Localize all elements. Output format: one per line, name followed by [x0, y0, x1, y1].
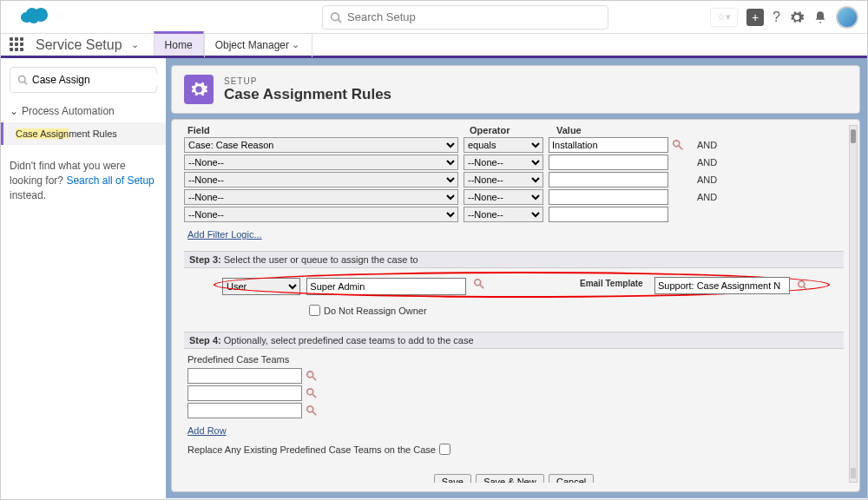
criteria-value-input[interactable] — [549, 137, 668, 153]
logic-and: AND — [697, 157, 717, 168]
criteria-field-select[interactable]: --None-- — [184, 189, 458, 205]
tab-home[interactable]: Home — [154, 31, 204, 56]
page-header-eyebrow: SETUP — [224, 76, 391, 86]
main-canvas: SETUP Case Assignment Rules Field Operat… — [166, 58, 867, 498]
global-search-input[interactable] — [347, 10, 601, 23]
svg-line-9 — [804, 286, 807, 290]
replace-teams-checkbox[interactable] — [439, 444, 450, 455]
add-row-link[interactable]: Add Row — [187, 425, 227, 436]
save-and-new-button[interactable]: Save & New — [476, 474, 544, 483]
svg-line-7 — [480, 285, 483, 288]
svg-point-4 — [674, 141, 680, 147]
svg-point-12 — [307, 389, 313, 395]
criteria-operator-select[interactable]: equals — [464, 137, 543, 153]
predefined-team-input[interactable] — [187, 368, 302, 384]
global-topbar: ☆▾ + ? — [1, 1, 867, 34]
criteria-row: --None----None-- — [184, 207, 844, 222]
lookup-icon[interactable] — [305, 369, 319, 383]
user-avatar[interactable] — [836, 6, 858, 29]
global-search[interactable] — [322, 5, 608, 30]
cancel-button[interactable]: Cancel — [549, 474, 594, 483]
step3-bar: Step 3: Select the user or queue to assi… — [184, 251, 844, 268]
page-title: Case Assignment Rules — [224, 86, 391, 103]
svg-point-6 — [474, 280, 480, 286]
detail-panel: Field Operator Value Case: Case Reasoneq… — [171, 119, 860, 492]
col-field: Field — [187, 125, 470, 135]
app-launcher-icon[interactable] — [10, 37, 25, 53]
tab-object-manager[interactable]: Object Manager⌄ — [204, 33, 312, 57]
lookup-icon[interactable] — [671, 138, 685, 152]
global-add-button[interactable]: + — [746, 9, 764, 26]
email-template-label: Email Template — [580, 279, 643, 288]
sidebar-section-process-automation[interactable]: ⌄ Process Automation — [10, 105, 157, 117]
criteria-operator-select[interactable]: --None-- — [464, 172, 543, 188]
criteria-row: --None----None--AND — [184, 172, 844, 188]
logic-and: AND — [697, 174, 717, 185]
salesforce-logo — [18, 5, 53, 30]
predefined-team-input[interactable] — [187, 403, 302, 418]
criteria-operator-select[interactable]: --None-- — [464, 207, 543, 222]
search-all-setup-link[interactable]: Search all of Setup — [66, 174, 154, 187]
bell-icon[interactable] — [813, 10, 827, 24]
sidebar-item-case-assignment-rules[interactable]: Case Assignment Rules — [1, 122, 166, 145]
svg-line-15 — [312, 411, 316, 415]
svg-line-13 — [312, 394, 316, 398]
help-icon[interactable]: ? — [773, 10, 780, 25]
criteria-row: Case: Case ReasonequalsAND — [184, 137, 844, 153]
criteria-field-select[interactable]: --None-- — [184, 155, 458, 170]
svg-line-3 — [24, 82, 27, 84]
col-operator: Operator — [470, 125, 556, 135]
scrollbar[interactable] — [849, 125, 858, 483]
svg-line-1 — [339, 19, 342, 23]
replace-teams-label: Replace Any Existing Predefined Case Tea… — [187, 444, 436, 455]
sidebar-help-text: Didn't find what you were looking for? S… — [10, 159, 157, 202]
search-icon — [330, 11, 342, 23]
setup-sidebar: ⌄ Process Automation Case Assignment Rul… — [1, 58, 166, 498]
predefined-teams-label: Predefined Case Teams — [187, 354, 844, 365]
svg-line-5 — [679, 146, 682, 149]
svg-point-14 — [307, 406, 313, 412]
sidebar-search-input[interactable] — [32, 74, 162, 86]
chevron-down-icon: ⌄ — [289, 39, 301, 50]
lookup-icon[interactable] — [305, 386, 319, 400]
criteria-operator-select[interactable]: --None-- — [464, 155, 543, 170]
add-filter-logic-link[interactable]: Add Filter Logic... — [187, 229, 262, 240]
gear-icon[interactable] — [789, 10, 805, 25]
col-value: Value — [556, 125, 678, 135]
step3-row: User Email Template — [222, 277, 844, 301]
criteria-field-select[interactable]: --None-- — [184, 207, 458, 222]
svg-point-2 — [19, 76, 26, 83]
lookup-icon[interactable] — [472, 277, 486, 291]
assignee-type-select[interactable]: User — [222, 278, 300, 295]
criteria-value-input[interactable] — [549, 207, 668, 222]
logic-and: AND — [697, 140, 717, 150]
sidebar-search[interactable] — [10, 67, 157, 93]
app-navbar: Service Setup ⌄ Home Object Manager⌄ — [1, 34, 867, 58]
chevron-down-icon[interactable]: ⌄ — [129, 39, 141, 50]
assignee-name-input[interactable] — [306, 278, 466, 295]
save-button[interactable]: Save — [434, 474, 471, 483]
do-not-reassign-label: Do Not Reassign Owner — [324, 306, 427, 316]
svg-point-8 — [799, 281, 805, 287]
do-not-reassign-checkbox[interactable] — [309, 305, 320, 316]
criteria-value-input[interactable] — [549, 172, 668, 188]
search-icon — [17, 75, 28, 85]
app-name: Service Setup — [36, 37, 122, 53]
gear-icon — [184, 75, 214, 104]
lookup-icon[interactable] — [305, 404, 319, 418]
logic-and: AND — [697, 192, 717, 202]
page-header: SETUP Case Assignment Rules — [171, 65, 860, 114]
svg-point-10 — [307, 372, 313, 378]
favorites-button[interactable]: ☆▾ — [710, 8, 738, 27]
criteria-field-select[interactable]: --None-- — [184, 172, 458, 188]
lookup-icon[interactable] — [796, 279, 810, 293]
criteria-operator-select[interactable]: --None-- — [464, 189, 543, 205]
email-template-input[interactable] — [654, 277, 790, 294]
step4-bar: Step 4: Optionally, select predefined ca… — [184, 332, 844, 349]
svg-line-11 — [312, 377, 316, 380]
svg-point-0 — [332, 12, 339, 20]
criteria-value-input[interactable] — [549, 155, 668, 170]
criteria-value-input[interactable] — [549, 189, 668, 205]
predefined-team-input[interactable] — [187, 385, 302, 401]
criteria-field-select[interactable]: Case: Case Reason — [184, 137, 458, 153]
